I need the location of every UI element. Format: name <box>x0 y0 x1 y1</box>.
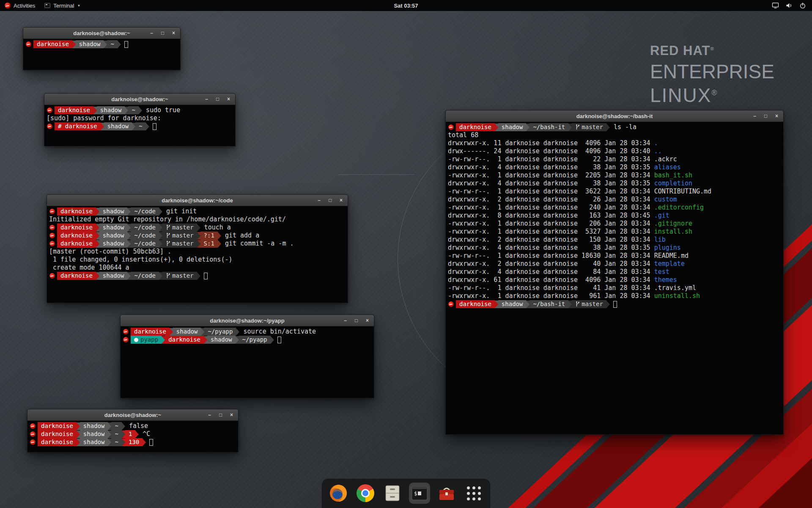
prompt-segment-label: ~/code <box>134 207 156 215</box>
terminal-text: total 68 <box>448 131 478 139</box>
close-button[interactable]: × <box>229 412 234 417</box>
files-icon <box>384 484 401 502</box>
window-controls: –□× <box>316 195 344 206</box>
dock-item-firefox[interactable] <box>328 483 349 504</box>
terminal-window-sudo[interactable]: darknoise@shadow:~–□×darknoiseshadow~ su… <box>44 93 236 146</box>
terminal-content[interactable]: darknoiseshadow~ <box>23 39 180 70</box>
terminal-content[interactable]: darknoiseshadow~/pyapp source bin/activa… <box>121 326 374 398</box>
terminal-text: [master (root-commit) 50bcb63] . <box>49 248 171 256</box>
terminal-window-home-1[interactable]: darknoise@shadow:~–□×darknoiseshadow~ <box>23 27 181 70</box>
maximize-button[interactable]: □ <box>215 97 220 102</box>
terminal-content[interactable]: darknoiseshadow~ falsedarknoiseshadow~1 … <box>27 421 238 452</box>
minimize-button[interactable]: – <box>207 412 212 417</box>
prompt-segment-user: darknoise <box>57 207 96 215</box>
close-button[interactable]: × <box>226 97 231 102</box>
prompt-segment-err: 130 <box>125 438 143 446</box>
prompt-segment-scm: master <box>162 272 197 280</box>
dock-item-toolbox[interactable] <box>436 483 457 504</box>
prompt-redhat-icon <box>26 41 31 47</box>
prompt-segment-path: ~ <box>107 40 117 48</box>
close-button[interactable]: × <box>774 113 779 119</box>
prompt-segment-user: darknoise <box>33 40 72 48</box>
powerline-separator <box>159 272 162 280</box>
terminal-window-bash-it[interactable]: darknoise@shadow:~/bash-it–□×darknoisesh… <box>445 110 784 435</box>
prompt-segment-host: shadow <box>99 232 128 240</box>
terminal-text: aliases <box>654 163 681 171</box>
minimize-button[interactable]: – <box>316 198 322 203</box>
terminal-text: false <box>125 422 148 430</box>
maximize-button[interactable]: □ <box>327 198 333 203</box>
titlebar[interactable]: darknoise@shadow:~/code–□× <box>47 195 348 206</box>
terminal-cursor <box>204 273 208 279</box>
powerline-separator <box>271 336 274 344</box>
terminal-content[interactable]: darknoiseshadow~ sudo true[sudo] passwor… <box>44 105 235 146</box>
powerline-separator <box>77 422 80 430</box>
terminal-window-exit-codes[interactable]: darknoise@shadow:~–□×darknoiseshadow~ fa… <box>27 409 239 453</box>
volume-icon[interactable] <box>786 2 793 9</box>
prompt-segment-venv: pyapp <box>131 336 162 344</box>
terminal-window-pyapp[interactable]: darknoise@shadow:~/pyapp–□×darknoiseshad… <box>120 315 374 398</box>
terminal-window-code[interactable]: darknoise@shadow:~/code–□×darknoiseshado… <box>47 194 348 303</box>
window-title: darknoise@shadow:~ <box>73 30 130 36</box>
display-icon[interactable] <box>772 2 779 9</box>
terminal-content[interactable]: darknoiseshadow~/code git initInitialize… <box>47 206 348 303</box>
titlebar[interactable]: darknoise@shadow:~–□× <box>23 28 180 39</box>
git-branch-icon <box>166 224 170 231</box>
powerline-separator <box>122 431 125 438</box>
maximize-button[interactable]: □ <box>218 412 223 417</box>
system-status-area[interactable] <box>772 0 812 11</box>
titlebar[interactable]: darknoise@shadow:~–□× <box>27 409 238 421</box>
terminal-cursor <box>613 301 617 308</box>
dock-item-terminal[interactable]: $ <box>409 483 430 504</box>
prompt-segment-path: ~ <box>135 122 145 130</box>
dock-item-show-applications[interactable] <box>463 483 484 504</box>
prompt-segment-host: shadow <box>80 422 108 430</box>
powerline-separator <box>201 328 204 336</box>
prompt-segment-label: shadow <box>103 232 124 240</box>
titlebar[interactable]: darknoise@shadow:~/bash-it–□× <box>446 110 783 122</box>
activities-button[interactable]: Activities <box>0 0 40 11</box>
terminal-line: darknoiseshadow~ <box>25 40 178 48</box>
dock-item-chrome[interactable] <box>355 483 376 504</box>
powerline-separator <box>218 232 221 240</box>
minimize-button[interactable]: – <box>204 97 209 102</box>
prompt-segment-label: darknoise <box>41 430 73 438</box>
window-title: darknoise@shadow:~ <box>111 96 168 102</box>
terminal-text: bash_it.sh <box>654 171 692 179</box>
terminal-text: -rw-rw-r--. 1 darknoise darknoise 22 Jan… <box>448 155 677 163</box>
minimize-button[interactable]: – <box>149 30 154 36</box>
registered-mark: ® <box>710 46 714 51</box>
close-button[interactable]: × <box>365 318 370 323</box>
prompt-segment-user: darknoise <box>165 336 204 344</box>
prompt-segment-err: 1 <box>125 430 135 438</box>
powerline-separator <box>108 439 111 446</box>
powerline-separator <box>72 41 76 48</box>
app-menu-terminal[interactable]: Terminal ▼ <box>40 0 85 11</box>
prompt-segment-user: darknoise <box>456 300 495 308</box>
close-button[interactable]: × <box>338 198 344 203</box>
clock[interactable]: Sat 03:57 <box>394 3 418 9</box>
powerline-separator <box>118 41 121 48</box>
maximize-button[interactable]: □ <box>160 30 165 36</box>
terminal-line: -rw-rw-r--. 1 darknoise darknoise 41 Jan… <box>448 284 781 292</box>
terminal-line: drwxrwxr-x. 61 darknoise darknoise 4096 … <box>448 276 781 284</box>
minimize-button[interactable]: – <box>343 318 348 323</box>
window-title: darknoise@shadow:~/pyapp <box>210 318 284 324</box>
power-icon[interactable] <box>799 2 806 9</box>
prompt-segment-user: darknoise <box>131 328 170 336</box>
titlebar[interactable]: darknoise@shadow:~/pyapp–□× <box>121 315 374 326</box>
maximize-button[interactable]: □ <box>354 318 359 323</box>
app-grid-icon <box>467 486 481 500</box>
dock-item-files[interactable] <box>382 483 403 504</box>
powerline-separator <box>606 301 610 308</box>
powerline-separator <box>104 41 107 48</box>
close-button[interactable]: × <box>171 30 176 36</box>
titlebar[interactable]: darknoise@shadow:~–□× <box>44 94 235 105</box>
maximize-button[interactable]: □ <box>763 113 768 119</box>
powerline-separator <box>170 328 173 336</box>
terminal-content[interactable]: darknoiseshadow~/bash-itmaster ls -latot… <box>446 122 783 434</box>
powerline-separator <box>218 240 221 248</box>
terminal-text: -rw-rw-r--. 1 darknoise darknoise 3622 J… <box>448 188 711 196</box>
prompt-segment-label: ~/code <box>134 272 156 280</box>
minimize-button[interactable]: – <box>752 113 757 119</box>
